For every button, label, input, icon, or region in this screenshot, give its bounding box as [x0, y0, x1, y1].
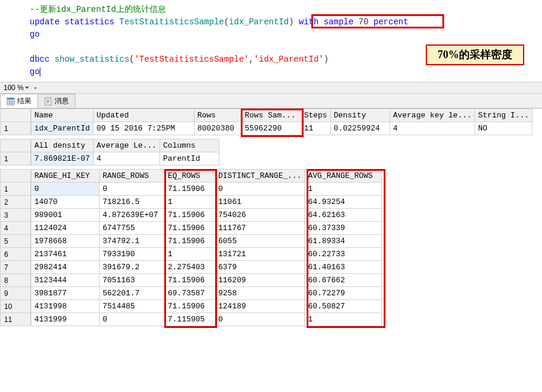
column-header[interactable]: Rows Sam...	[241, 109, 301, 122]
cell[interactable]: 71.15906	[165, 209, 215, 222]
cell[interactable]: 11	[301, 122, 330, 135]
cell[interactable]: 4	[390, 122, 475, 135]
column-header[interactable]: AVG_RANGE_ROWS	[305, 170, 382, 183]
cell[interactable]: 131721	[215, 248, 305, 261]
grid-histogram[interactable]: RANGE_HI_KEYRANGE_ROWSEQ_ROWSDISTINCT_RA…	[31, 169, 382, 326]
cell[interactable]: 71.15906	[165, 235, 215, 248]
cell[interactable]: 60.67662	[305, 274, 382, 287]
cell[interactable]: 71.15906	[165, 183, 215, 196]
cell[interactable]: 1	[305, 313, 382, 326]
row-number[interactable]: 8	[0, 274, 31, 287]
cell[interactable]: 718216.5	[100, 196, 165, 209]
cell[interactable]: 64.93254	[305, 196, 382, 209]
column-header[interactable]: Average key le...	[390, 109, 475, 122]
column-header[interactable]: Name	[31, 109, 94, 122]
column-header[interactable]: EQ_ROWS	[165, 170, 215, 183]
cell[interactable]: 11061	[215, 196, 305, 209]
cell[interactable]: 7.869821E-07	[31, 152, 94, 165]
cell[interactable]: 60.22733	[305, 248, 382, 261]
cell[interactable]: 7.115905	[165, 313, 215, 326]
cell[interactable]: 124189	[215, 300, 305, 313]
row-header-corner[interactable]	[0, 169, 31, 183]
cell[interactable]: 2.275403	[165, 261, 215, 274]
cell[interactable]: 562201.7	[100, 287, 165, 300]
column-header[interactable]: Density	[330, 109, 390, 122]
cell[interactable]: 14070	[31, 196, 100, 209]
cell[interactable]: 1	[305, 183, 382, 196]
row-number[interactable]: 1	[0, 183, 31, 196]
cell[interactable]: 6055	[215, 235, 305, 248]
column-header[interactable]: Average Le...	[93, 139, 160, 152]
cell[interactable]: 60.72279	[305, 287, 382, 300]
row-number[interactable]: 2	[0, 196, 31, 209]
cell[interactable]: 4131998	[31, 300, 100, 313]
row-number[interactable]: 4	[0, 222, 31, 235]
cell[interactable]: 3123444	[31, 274, 100, 287]
cell[interactable]: idx_ParentId	[31, 122, 94, 135]
row-number[interactable]: 10	[0, 300, 31, 313]
cell[interactable]: 0	[31, 183, 100, 196]
cell[interactable]: 116209	[215, 274, 305, 287]
cell[interactable]: 4.872639E+07	[100, 209, 165, 222]
column-header[interactable]: Steps	[301, 109, 330, 122]
cell[interactable]: 80020380	[194, 122, 241, 135]
column-header[interactable]: All density	[31, 139, 94, 152]
cell[interactable]: 0.02259924	[330, 122, 390, 135]
cell[interactable]: 71.15906	[165, 300, 215, 313]
cell[interactable]: 0	[100, 313, 165, 326]
cell[interactable]: 2137461	[31, 248, 100, 261]
cell[interactable]: 71.15906	[165, 274, 215, 287]
column-header[interactable]: Rows	[194, 109, 241, 122]
grid-stat-header[interactable]: NameUpdatedRowsRows Sam...StepsDensityAv…	[31, 109, 533, 135]
cell[interactable]: 1978668	[31, 235, 100, 248]
cell[interactable]: 6379	[215, 261, 305, 274]
column-header[interactable]: DISTINCT_RANGE_...	[215, 170, 305, 183]
cell[interactable]: 0	[100, 183, 165, 196]
tab-messages[interactable]: 消息	[37, 94, 75, 108]
column-header[interactable]: Updated	[93, 109, 194, 122]
cell[interactable]: ParentId	[160, 152, 219, 165]
row-number[interactable]: 1	[0, 152, 31, 165]
cell[interactable]: 09 15 2016 7:25PM	[93, 122, 194, 135]
cell[interactable]: 64.62163	[305, 209, 382, 222]
row-number[interactable]: 7	[0, 261, 31, 274]
cell[interactable]: 374792.1	[100, 235, 165, 248]
column-header[interactable]: RANGE_ROWS	[100, 170, 165, 183]
cell[interactable]: 4	[93, 152, 160, 165]
cell[interactable]: 1	[165, 196, 215, 209]
row-header-corner[interactable]	[0, 139, 31, 152]
row-number[interactable]: 11	[0, 313, 31, 326]
row-header-corner[interactable]	[0, 109, 31, 122]
tab-results[interactable]: 结果	[0, 94, 38, 108]
cell[interactable]: 71.15906	[165, 222, 215, 235]
cell[interactable]: 989001	[31, 209, 100, 222]
cell[interactable]: 7933190	[100, 248, 165, 261]
cell[interactable]: 60.50827	[305, 300, 382, 313]
cell[interactable]: 69.73587	[165, 287, 215, 300]
cell[interactable]: 2982414	[31, 261, 100, 274]
cell[interactable]: 111767	[215, 222, 305, 235]
column-header[interactable]: RANGE_HI_KEY	[31, 170, 100, 183]
cell[interactable]: 754026	[215, 209, 305, 222]
cell[interactable]: 1	[165, 248, 215, 261]
grid-density[interactable]: All densityAverage Le...Columns7.869821E…	[31, 139, 219, 165]
cell[interactable]: NO	[475, 122, 533, 135]
cell[interactable]: 391679.2	[100, 261, 165, 274]
column-header[interactable]: Columns	[160, 139, 219, 152]
row-number[interactable]: 6	[0, 248, 31, 261]
cell[interactable]: 6747755	[100, 222, 165, 235]
cell[interactable]: 0	[215, 313, 305, 326]
cell[interactable]: 61.89334	[305, 235, 382, 248]
zoom-dropdown[interactable]: 100 %	[4, 84, 29, 92]
row-number[interactable]: 3	[0, 209, 31, 222]
cell[interactable]: 9258	[215, 287, 305, 300]
column-header[interactable]: String I...	[475, 109, 533, 122]
cell[interactable]: 61.40163	[305, 261, 382, 274]
cell[interactable]: 3981877	[31, 287, 100, 300]
cell[interactable]: 7051163	[100, 274, 165, 287]
cell[interactable]: 55962290	[241, 122, 301, 135]
cell[interactable]: 60.37339	[305, 222, 382, 235]
cell[interactable]: 0	[215, 183, 305, 196]
row-number[interactable]: 9	[0, 287, 31, 300]
row-number[interactable]: 5	[0, 235, 31, 248]
